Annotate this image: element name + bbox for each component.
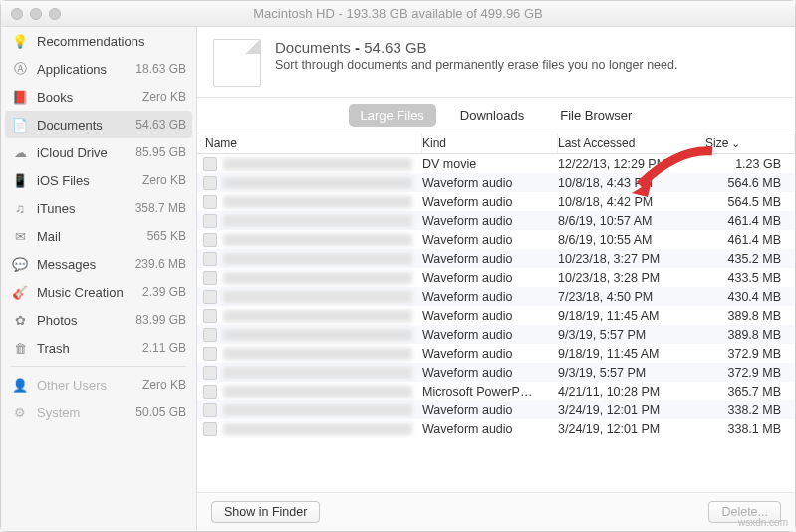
- cell-kind: Waveform audio: [422, 176, 558, 190]
- flower-icon: ✿: [11, 311, 29, 329]
- sidebar-item-label: Books: [37, 90, 134, 105]
- cell-date: 9/3/19, 5:57 PM: [558, 366, 705, 380]
- sidebar-item-value: 50.05 GB: [135, 405, 186, 419]
- file-icon: [203, 385, 217, 399]
- table-row[interactable]: Waveform audio10/8/18, 4:43 PM564.6 MB: [197, 173, 795, 192]
- table-row[interactable]: Waveform audio3/24/19, 12:01 PM338.1 MB: [197, 419, 795, 438]
- cell-date: 10/23/18, 3:28 PM: [558, 271, 705, 285]
- file-name-redacted: [223, 253, 412, 265]
- sidebar-item-itunes[interactable]: ♫iTunes358.7 MB: [1, 194, 196, 222]
- sidebar-item-label: Trash: [37, 341, 134, 356]
- sidebar-item-value: Zero KB: [142, 173, 186, 187]
- file-icon: [203, 328, 217, 342]
- table-row[interactable]: DV movie12/22/13, 12:29 PM1.23 GB: [197, 154, 795, 173]
- table-row[interactable]: Waveform audio10/23/18, 3:27 PM435.2 MB: [197, 249, 795, 268]
- file-icon: [203, 252, 217, 266]
- tab-file-browser[interactable]: File Browser: [548, 104, 644, 127]
- sidebar-item-mail[interactable]: ✉Mail565 KB: [1, 222, 196, 250]
- table-row[interactable]: Waveform audio9/3/19, 5:57 PM372.9 MB: [197, 363, 795, 382]
- category-subtitle: Sort through documents and permanently e…: [275, 58, 677, 72]
- lightbulb-icon: 💡: [11, 32, 29, 50]
- file-name-redacted: [223, 386, 412, 398]
- app-icon: Ⓐ: [11, 60, 29, 78]
- sidebar-item-value: Zero KB: [142, 378, 186, 392]
- column-name[interactable]: Name: [197, 133, 422, 153]
- cell-kind: Waveform audio: [422, 271, 558, 285]
- sidebar-item-messages[interactable]: 💬Messages239.6 MB: [1, 250, 196, 278]
- tab-large-files[interactable]: Large Files: [349, 104, 436, 127]
- sidebar-item-label: Photos: [37, 313, 128, 328]
- file-icon: [203, 422, 217, 436]
- tab-downloads[interactable]: Downloads: [448, 104, 536, 127]
- cell-kind: Microsoft PowerP…: [422, 385, 558, 399]
- cell-date: 3/24/19, 12:01 PM: [558, 422, 705, 436]
- sidebar-item-value: 18.63 GB: [135, 62, 186, 76]
- file-icon: [203, 309, 217, 323]
- column-size[interactable]: Size: [705, 133, 795, 153]
- sidebar-item-label: iCloud Drive: [37, 145, 128, 160]
- gear-icon: ⚙: [11, 403, 29, 421]
- sidebar-item-value: 565 KB: [147, 229, 186, 243]
- sidebar-item-applications[interactable]: ⒶApplications18.63 GB: [1, 55, 196, 83]
- sidebar-item-system[interactable]: ⚙System50.05 GB: [1, 399, 196, 426]
- cell-kind: Waveform audio: [422, 214, 558, 228]
- file-name-redacted: [223, 215, 412, 227]
- sidebar-item-other-users[interactable]: 👤Other UsersZero KB: [1, 371, 196, 399]
- column-last-accessed[interactable]: Last Accessed: [558, 133, 705, 153]
- sidebar-item-photos[interactable]: ✿Photos83.99 GB: [1, 306, 196, 334]
- table-row[interactable]: Microsoft PowerP…4/21/11, 10:28 PM365.7 …: [197, 382, 795, 400]
- sidebar-item-value: 2.11 GB: [142, 341, 186, 355]
- table-row[interactable]: Waveform audio9/18/19, 11:45 AM372.9 MB: [197, 344, 795, 363]
- cell-size: 389.8 MB: [705, 309, 795, 323]
- sidebar-item-music-creation[interactable]: 🎸Music Creation2.39 GB: [1, 278, 196, 306]
- cell-kind: Waveform audio: [422, 347, 558, 361]
- cell-kind: Waveform audio: [422, 366, 558, 380]
- sidebar: 💡RecommendationsⒶApplications18.63 GB📕Bo…: [1, 27, 197, 531]
- table-row[interactable]: Waveform audio10/23/18, 3:28 PM433.5 MB: [197, 268, 795, 287]
- cell-date: 12/22/13, 12:29 PM: [558, 157, 705, 171]
- cell-date: 8/6/19, 10:55 AM: [558, 233, 705, 247]
- sidebar-item-recommendations[interactable]: 💡Recommendations: [1, 27, 196, 55]
- sidebar-item-books[interactable]: 📕BooksZero KB: [1, 83, 196, 111]
- table-row[interactable]: Waveform audio7/23/18, 4:50 PM430.4 MB: [197, 287, 795, 306]
- mail-icon: ✉: [11, 227, 29, 245]
- cell-date: 3/24/19, 12:01 PM: [558, 403, 705, 417]
- show-in-finder-button[interactable]: Show in Finder: [211, 501, 320, 523]
- table-row[interactable]: Waveform audio9/18/19, 11:45 AM389.8 MB: [197, 306, 795, 325]
- cell-kind: Waveform audio: [422, 233, 558, 247]
- file-icon: [203, 214, 217, 228]
- file-icon: [203, 195, 217, 209]
- cell-date: 10/23/18, 3:27 PM: [558, 252, 705, 266]
- cell-size: 461.4 MB: [705, 233, 795, 247]
- watermark: wsxdn.com: [738, 517, 788, 528]
- sidebar-item-trash[interactable]: 🗑Trash2.11 GB: [1, 334, 196, 362]
- table-row[interactable]: Waveform audio3/24/19, 12:01 PM338.2 MB: [197, 400, 795, 419]
- file-name-redacted: [223, 272, 412, 284]
- cell-size: 430.4 MB: [705, 290, 795, 304]
- device-icon: 📱: [11, 171, 29, 189]
- sidebar-item-value: Zero KB: [142, 90, 186, 104]
- sidebar-item-icloud-drive[interactable]: ☁iCloud Drive85.95 GB: [1, 138, 196, 166]
- sidebar-item-label: Other Users: [37, 378, 134, 393]
- cell-size: 338.2 MB: [705, 403, 795, 417]
- file-icon: [203, 347, 217, 361]
- file-name-redacted: [223, 329, 412, 341]
- file-name-redacted: [223, 404, 412, 416]
- file-name-redacted: [223, 423, 412, 435]
- footer: Show in Finder Delete...: [197, 492, 795, 531]
- table-row[interactable]: Waveform audio8/6/19, 10:57 AM461.4 MB: [197, 211, 795, 230]
- cell-size: 389.8 MB: [705, 328, 795, 342]
- cloud-icon: ☁: [11, 143, 29, 161]
- column-kind[interactable]: Kind: [422, 133, 558, 153]
- cell-date: 10/8/18, 4:43 PM: [558, 176, 705, 190]
- cell-size: 433.5 MB: [705, 271, 795, 285]
- sidebar-item-ios-files[interactable]: 📱iOS FilesZero KB: [1, 166, 196, 194]
- cell-size: 564.6 MB: [705, 176, 795, 190]
- table-row[interactable]: Waveform audio8/6/19, 10:55 AM461.4 MB: [197, 230, 795, 249]
- cell-size: 1.23 GB: [705, 157, 795, 171]
- table-row[interactable]: Waveform audio9/3/19, 5:57 PM389.8 MB: [197, 325, 795, 344]
- sidebar-item-documents[interactable]: 📄Documents54.63 GB: [5, 111, 192, 138]
- file-name-redacted: [223, 196, 412, 208]
- cell-size: 564.5 MB: [705, 195, 795, 209]
- table-row[interactable]: Waveform audio10/8/18, 4:42 PM564.5 MB: [197, 192, 795, 211]
